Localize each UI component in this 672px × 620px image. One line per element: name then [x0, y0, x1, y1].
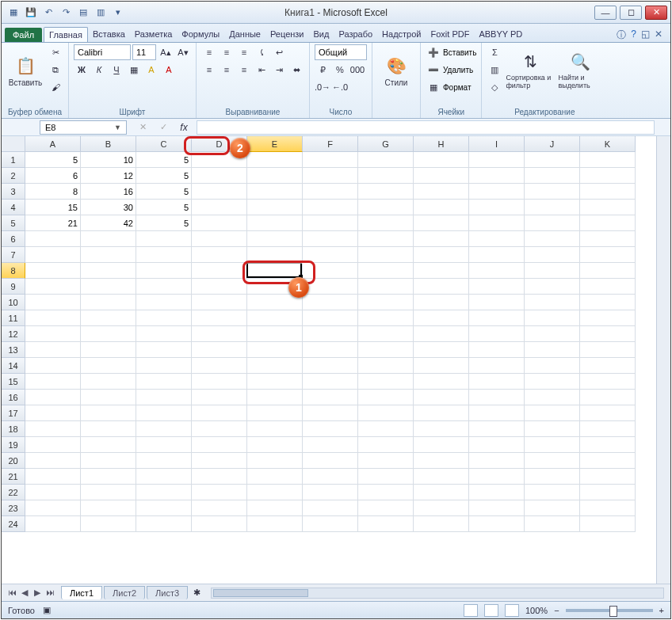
cell[interactable] — [525, 279, 580, 295]
cell[interactable] — [247, 374, 303, 390]
font-size-select[interactable]: 11 — [132, 44, 156, 60]
cell[interactable] — [136, 485, 192, 500]
grow-font-icon[interactable]: A▴ — [158, 44, 174, 60]
cell[interactable] — [303, 295, 358, 310]
cell[interactable] — [414, 437, 469, 453]
cell[interactable] — [525, 437, 580, 453]
cell[interactable]: 5 — [136, 184, 192, 200]
autosum-icon[interactable]: Σ — [487, 44, 502, 60]
cell[interactable] — [414, 469, 469, 485]
cell[interactable] — [358, 516, 414, 532]
cell[interactable] — [580, 358, 636, 374]
column-header[interactable]: C — [136, 136, 192, 152]
comma-icon[interactable]: 000 — [349, 62, 365, 78]
cell[interactable] — [25, 405, 81, 421]
indent-inc-icon[interactable]: ⇥ — [271, 62, 287, 78]
cell[interactable]: 42 — [81, 215, 136, 231]
cell[interactable] — [358, 310, 414, 326]
currency-icon[interactable]: ₽ — [315, 62, 330, 78]
row-header[interactable]: 12 — [2, 326, 25, 342]
row-header[interactable]: 5 — [2, 215, 25, 231]
cell[interactable] — [580, 516, 636, 532]
wrap-text-icon[interactable]: ↩ — [271, 44, 287, 60]
cell[interactable] — [414, 374, 469, 390]
align-middle-icon[interactable]: ≡ — [219, 44, 235, 60]
cell[interactable] — [414, 295, 469, 310]
cell[interactable] — [136, 374, 192, 390]
fill-icon[interactable]: ▥ — [487, 62, 502, 78]
align-left-icon[interactable]: ≡ — [201, 62, 217, 78]
view-layout-icon[interactable] — [484, 604, 498, 617]
find-select-button[interactable]: 🔍 Найти и выделить — [558, 44, 602, 97]
row-header[interactable]: 1 — [2, 152, 25, 168]
cell[interactable] — [247, 342, 303, 358]
cell[interactable] — [525, 184, 580, 200]
sheet-nav-prev-icon[interactable]: ◀ — [19, 588, 30, 598]
cell[interactable] — [469, 295, 525, 310]
row-header[interactable]: 23 — [2, 500, 25, 516]
sheet-nav-last-icon[interactable]: ⏭ — [44, 588, 55, 598]
cell[interactable] — [469, 215, 525, 231]
cell[interactable] — [580, 168, 636, 184]
row-header[interactable]: 15 — [2, 374, 25, 390]
cell[interactable] — [136, 437, 192, 453]
ribbon-tab[interactable]: Foxit PDF — [426, 27, 475, 42]
cell[interactable] — [525, 326, 580, 342]
cell[interactable] — [580, 342, 636, 358]
ribbon-tab[interactable]: Вставка — [88, 27, 130, 42]
cell[interactable] — [192, 485, 247, 500]
cell[interactable] — [469, 184, 525, 200]
cell[interactable] — [247, 215, 303, 231]
cell[interactable] — [247, 152, 303, 168]
cancel-icon[interactable]: ✕ — [135, 120, 151, 135]
cell[interactable] — [136, 231, 192, 247]
cell[interactable] — [580, 215, 636, 231]
cell[interactable] — [469, 405, 525, 421]
cell[interactable] — [25, 326, 81, 342]
cell[interactable] — [525, 342, 580, 358]
insert-cells-label[interactable]: Вставить — [443, 48, 476, 57]
cell[interactable] — [525, 247, 580, 263]
cell[interactable] — [414, 279, 469, 295]
qat-icon[interactable]: ▥ — [94, 6, 108, 20]
cell[interactable] — [25, 485, 81, 500]
cell[interactable] — [136, 469, 192, 485]
format-cells-icon[interactable]: ▦ — [426, 79, 441, 95]
zoom-slider[interactable] — [566, 609, 653, 612]
cell[interactable] — [414, 485, 469, 500]
cell[interactable]: 30 — [81, 200, 136, 215]
cell[interactable] — [358, 263, 414, 279]
cell[interactable] — [192, 279, 247, 295]
align-bottom-icon[interactable]: ≡ — [236, 44, 252, 60]
cell[interactable] — [469, 200, 525, 215]
cell[interactable] — [358, 184, 414, 200]
cell[interactable] — [580, 390, 636, 405]
row-header[interactable]: 24 — [2, 516, 25, 532]
italic-icon[interactable]: К — [91, 62, 107, 78]
cell[interactable] — [303, 247, 358, 263]
row-header[interactable]: 4 — [2, 200, 25, 215]
cell[interactable] — [81, 405, 136, 421]
cell[interactable]: 5 — [136, 152, 192, 168]
font-name-select[interactable]: Calibri — [74, 44, 131, 60]
indent-dec-icon[interactable]: ⇤ — [254, 62, 269, 78]
cell[interactable] — [525, 500, 580, 516]
cell[interactable] — [303, 500, 358, 516]
cell[interactable]: 5 — [25, 152, 81, 168]
cell[interactable] — [303, 326, 358, 342]
align-top-icon[interactable]: ≡ — [201, 44, 217, 60]
cell[interactable] — [469, 247, 525, 263]
cell[interactable] — [192, 437, 247, 453]
cell[interactable] — [303, 263, 358, 279]
row-header[interactable]: 16 — [2, 390, 25, 405]
cell[interactable] — [469, 469, 525, 485]
cell[interactable] — [136, 516, 192, 532]
percent-icon[interactable]: % — [332, 62, 348, 78]
cell[interactable] — [136, 279, 192, 295]
cell[interactable] — [414, 231, 469, 247]
vertical-scrollbar[interactable] — [656, 136, 670, 584]
minimize-button[interactable]: — — [594, 6, 617, 20]
cell[interactable] — [303, 469, 358, 485]
border-icon[interactable]: ▦ — [126, 62, 142, 78]
cell[interactable] — [469, 152, 525, 168]
